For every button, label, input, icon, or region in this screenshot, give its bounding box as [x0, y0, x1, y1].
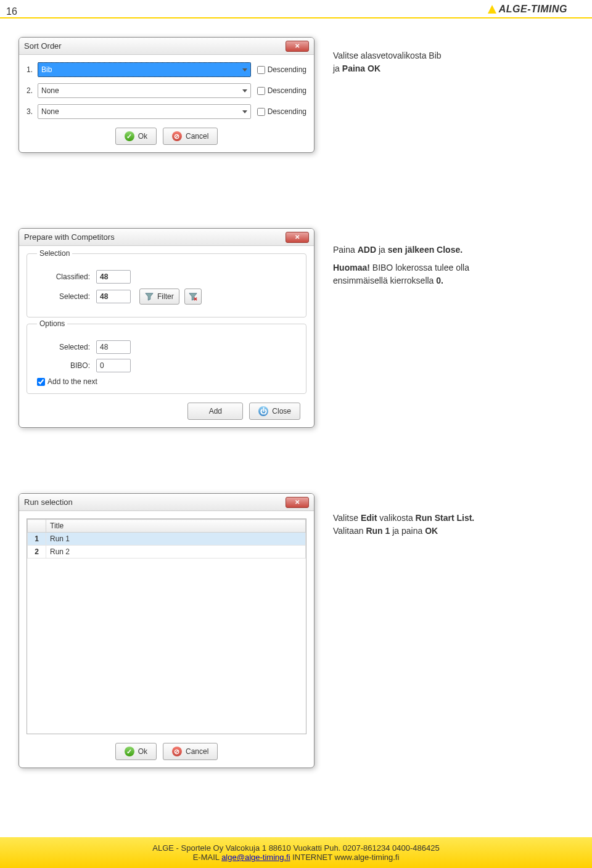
footer-line1: ALGE - Sportele Oy Valcokuja 1 88610 Vuo… [152, 843, 439, 853]
run-selection-titlebar: Run selection ✕ [19, 494, 314, 511]
instruction-1-line2b: Paina OK [342, 63, 380, 73]
instr2-g: ensimmäisellä kierroksella [333, 276, 436, 285]
footer-line2c: INTERNET www.alge-timing.fi [290, 853, 400, 862]
bibo-input[interactable]: 0 [96, 359, 131, 372]
prepare-titlebar: Prepare with Competitors ✕ [19, 229, 314, 246]
instr3-f: Run 1 [366, 526, 390, 536]
add-button[interactable]: Add [187, 403, 243, 420]
sort-row-1-desc-label: Descending [268, 65, 306, 74]
selection-legend: Selection [37, 249, 72, 258]
opt-selected-input[interactable]: 48 [96, 340, 131, 354]
sort-row-2-desc-label: Descending [268, 86, 306, 95]
footer-email-link[interactable]: alge@alge-timing.fi [221, 853, 290, 862]
check-icon: ✓ [125, 131, 134, 141]
chevron-down-icon [242, 89, 247, 92]
run-row-1-title: Run 1 [46, 533, 306, 546]
sort-row-3-num: 3. [27, 107, 38, 116]
add-to-next-label: Add to the next [47, 377, 97, 386]
sort-row-3-desc-label: Descending [268, 107, 306, 116]
run-cancel-label: Cancel [186, 747, 208, 756]
logo-triangle-icon [488, 5, 496, 14]
add-label: Add [209, 407, 222, 416]
footer: ALGE - Sportele Oy Valcokuja 1 88610 Vuo… [0, 837, 592, 868]
run-col-title[interactable]: Title [46, 520, 306, 533]
run-cancel-button[interactable]: ⊘ Cancel [163, 743, 218, 760]
logo-text: ALGE-TIMING [499, 4, 567, 15]
instr3-h: OK [425, 526, 438, 536]
cancel-icon: ⊘ [172, 131, 182, 141]
sort-cancel-button[interactable]: ⊘ Cancel [163, 128, 218, 145]
instr2-e: Huomaa! [333, 263, 370, 272]
instr3-b: Edit [361, 513, 377, 523]
sort-row-1-num: 1. [27, 65, 38, 74]
run-row-2[interactable]: 2 Run 2 [28, 546, 306, 559]
sort-row-2-combo[interactable]: None [38, 83, 251, 98]
sort-row-2-num: 2. [27, 86, 38, 95]
run-selection-title: Run selection [24, 497, 73, 507]
instruction-2: Paina ADD ja sen jälkeen Close. Huomaa! … [333, 244, 469, 287]
add-to-next-checkbox[interactable]: Add to the next [37, 377, 298, 386]
instruction-1-line1: Valitse alasvetovalikosta Bib [333, 49, 442, 62]
instruction-1: Valitse alasvetovalikosta Bib ja Paina O… [333, 49, 442, 75]
classified-label: Classified: [35, 272, 90, 281]
instr2-b: ADD [358, 245, 376, 255]
instr3-d: Run Start List. [416, 513, 475, 523]
sort-cancel-label: Cancel [186, 132, 208, 141]
footer-line2a: E-MAIL [193, 853, 221, 862]
instr3-g: ja paina [390, 526, 425, 536]
selected-input[interactable]: 48 [96, 290, 131, 303]
clear-filter-button[interactable] [184, 289, 202, 305]
bibo-label: BIBO: [35, 361, 90, 370]
instr2-f: BIBO lokerossa tulee olla [370, 263, 469, 272]
sort-row-1-combo[interactable]: Bib [38, 62, 251, 77]
filter-label: Filter [157, 292, 174, 301]
close-icon[interactable]: ✕ [286, 41, 309, 52]
funnel-icon [145, 292, 154, 301]
header-divider [0, 17, 592, 18]
prepare-dialog: Prepare with Competitors ✕ Selection Cla… [18, 228, 314, 428]
close-icon[interactable]: ✕ [286, 497, 309, 508]
page-number: 16 [6, 6, 17, 17]
sort-row-3-combo[interactable]: None [38, 104, 251, 119]
run-selection-dialog: Run selection ✕ Title 1 Run 1 2 [18, 493, 314, 768]
run-row-1[interactable]: 1 Run 1 [28, 533, 306, 546]
close-icon[interactable]: ✕ [286, 232, 309, 243]
sort-order-title: Sort Order [24, 41, 62, 51]
options-group: Options Selected: 48 BIBO: 0 Add to the … [27, 324, 306, 394]
funnel-clear-icon [189, 292, 197, 301]
close-label: Close [272, 407, 291, 416]
sort-ok-button[interactable]: ✓ Ok [115, 128, 157, 145]
chevron-down-icon [242, 68, 247, 72]
instruction-3: Valitse Edit valikosta Run Start List. V… [333, 512, 474, 538]
close-button[interactable]: ⏻ Close [249, 403, 300, 420]
instruction-1-line2a: ja [333, 63, 342, 73]
instr2-d: sen jälkeen Close. [388, 245, 462, 255]
selection-group: Selection Classified: 48 Selected: 48 Fi… [27, 253, 306, 317]
run-col-num[interactable] [28, 520, 46, 533]
sort-row-1-desc[interactable]: Descending [257, 65, 306, 74]
classified-value: 48 [100, 272, 108, 281]
power-icon: ⏻ [258, 406, 268, 416]
cancel-icon: ⊘ [172, 747, 182, 756]
classified-input[interactable]: 48 [96, 270, 131, 284]
sort-row-2-value: None [41, 86, 59, 95]
selected-value: 48 [100, 292, 108, 301]
run-table: Title 1 Run 1 2 Run 2 [27, 519, 306, 559]
instr2-c: ja [376, 245, 388, 255]
instr2-a: Paina [333, 245, 358, 255]
run-row-2-num: 2 [28, 546, 46, 559]
sort-order-dialog: Sort Order ✕ 1. Bib Descending 2. None D… [18, 37, 314, 153]
sort-row-1-value: Bib [41, 65, 52, 74]
instr2-h: 0. [436, 276, 443, 285]
run-ok-button[interactable]: ✓ Ok [115, 743, 157, 760]
instr3-e: Valitaan [333, 526, 366, 536]
options-legend: Options [37, 319, 67, 328]
selected-label: Selected: [35, 292, 90, 301]
sort-row-2-desc[interactable]: Descending [257, 86, 306, 95]
header-logo: ALGE-TIMING [488, 4, 567, 15]
filter-button[interactable]: Filter [139, 289, 179, 305]
sort-row-3-desc[interactable]: Descending [257, 107, 306, 116]
run-ok-label: Ok [138, 747, 147, 756]
sort-row-3-value: None [41, 107, 59, 116]
instr3-c: valikosta [377, 513, 415, 523]
